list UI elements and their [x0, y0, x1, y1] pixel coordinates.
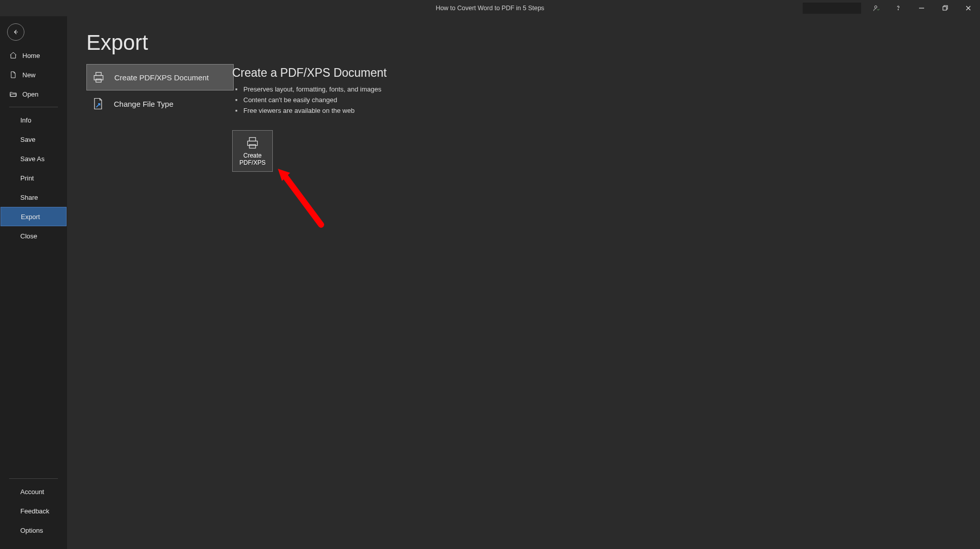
close-button[interactable] [957, 0, 980, 16]
restore-button[interactable] [933, 0, 957, 16]
sidebar-item-label: Save As [20, 155, 45, 163]
page-title: Export [86, 30, 980, 55]
create-pdf-icon [245, 136, 260, 150]
sidebar-item-share[interactable]: Share [0, 188, 67, 207]
detail-bullet: Content can't be easily changed [232, 95, 387, 105]
sidebar-item-close[interactable]: Close [0, 226, 67, 246]
home-icon [9, 51, 17, 59]
sidebar-item-save-as[interactable]: Save As [0, 149, 67, 168]
create-pdf-xps-button[interactable]: Create PDF/XPS [232, 130, 273, 172]
export-detail-pane: Create a PDF/XPS Document Preserves layo… [232, 66, 387, 172]
sidebar-item-label: Account [20, 488, 44, 496]
open-folder-icon [9, 90, 17, 98]
presence-icon[interactable] [866, 0, 887, 16]
sidebar-item-label: New [22, 71, 36, 79]
pdf-printer-icon [91, 70, 106, 85]
sidebar-item-export[interactable]: Export [1, 207, 67, 226]
title-bar: How to Covert Word to PDF in 5 Steps [0, 0, 980, 16]
svg-point-0 [875, 6, 877, 8]
sidebar-item-info[interactable]: Info [0, 110, 67, 130]
svg-rect-2 [943, 7, 946, 10]
back-button[interactable] [7, 23, 24, 41]
sidebar-item-label: Home [22, 52, 40, 59]
svg-rect-8 [249, 145, 256, 148]
sidebar-item-options[interactable]: Options [0, 521, 67, 540]
sidebar-item-print[interactable]: Print [0, 168, 67, 188]
export-option-create-pdf-xps[interactable]: Create PDF/XPS Document [86, 64, 234, 90]
svg-rect-7 [249, 138, 256, 141]
detail-bullet: Preserves layout, formatting, fonts, and… [232, 84, 387, 95]
export-option-label: Create PDF/XPS Document [114, 73, 209, 82]
sidebar-item-label: Open [22, 90, 39, 98]
svg-point-1 [898, 9, 899, 10]
svg-rect-5 [96, 79, 102, 82]
minimize-button[interactable] [910, 0, 933, 16]
sidebar-item-feedback[interactable]: Feedback [0, 501, 67, 521]
main-content: Export Create PDF/XPS Document [67, 16, 980, 549]
detail-heading: Create a PDF/XPS Document [232, 66, 387, 80]
export-option-list: Create PDF/XPS Document Change File Type [86, 64, 234, 117]
svg-rect-4 [96, 72, 102, 75]
new-doc-icon [9, 71, 17, 79]
sidebar-item-new[interactable]: New [0, 65, 67, 84]
create-button-label: Create PDF/XPS [239, 152, 265, 166]
sidebar-item-label: Feedback [20, 507, 49, 515]
sidebar-item-account[interactable]: Account [0, 482, 67, 501]
annotation-arrow [273, 164, 334, 237]
detail-bullets: Preserves layout, formatting, fonts, and… [232, 84, 387, 116]
sidebar-item-label: Save [20, 136, 36, 143]
sidebar-item-label: Options [20, 527, 43, 534]
sidebar-divider [9, 107, 58, 107]
sidebar-divider [9, 478, 58, 479]
sidebar-item-label: Print [20, 174, 34, 182]
sidebar-item-label: Export [21, 213, 40, 221]
title-bar-controls [803, 0, 980, 16]
export-option-change-file-type[interactable]: Change File Type [86, 90, 234, 117]
export-option-label: Change File Type [114, 100, 173, 108]
detail-bullet: Free viewers are available on the web [232, 105, 387, 116]
help-icon[interactable] [887, 0, 910, 16]
sidebar-item-label: Info [20, 116, 31, 124]
sidebar-item-home[interactable]: Home [0, 46, 67, 65]
sidebar-item-open[interactable]: Open [0, 84, 67, 104]
backstage-sidebar: Home New Open Info Save Save As Print [0, 16, 67, 549]
svg-line-10 [284, 175, 321, 225]
user-account-button[interactable] [803, 3, 861, 14]
sidebar-item-label: Close [20, 232, 37, 240]
document-title: How to Covert Word to PDF in 5 Steps [436, 5, 545, 12]
sidebar-item-save[interactable]: Save [0, 130, 67, 149]
sidebar-item-label: Share [20, 194, 38, 201]
change-filetype-icon [90, 96, 106, 111]
